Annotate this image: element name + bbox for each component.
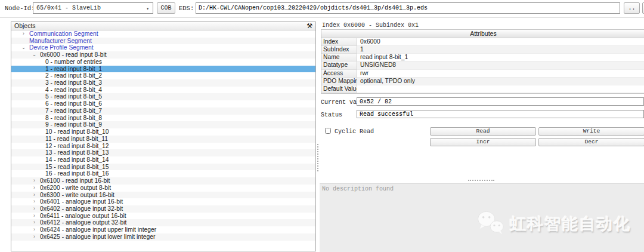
attribute-name: Default Value	[321, 85, 357, 93]
tree-item[interactable]: 7 - read input 8-bit_7	[11, 107, 315, 115]
attribute-row: Index0x6000	[321, 38, 644, 46]
tree-item[interactable]: ›0x6100 - read input 16-bit	[11, 177, 315, 185]
attribute-name: PDO Mapping	[321, 78, 357, 85]
chevron-down-icon: ▾	[146, 4, 149, 14]
tree-item[interactable]: ›0x6402 - analogue input 32-bit	[11, 205, 315, 213]
tree-item[interactable]: 9 - read input 8-bit_9	[11, 121, 315, 128]
horizontal-splitter-handle[interactable]	[468, 180, 494, 181]
chevron-right-icon[interactable]: ›	[29, 233, 40, 241]
tree-item-label: 0x6100 - read input 16-bit	[40, 177, 110, 185]
tree-item-label: 6 - read input 8-bit_6	[45, 100, 102, 107]
tree-item[interactable]: 4 - read input 8-bit_4	[11, 87, 315, 94]
read-button[interactable]: Read	[430, 127, 536, 136]
tree-item[interactable]: 11 - read input 8-bit_11	[11, 136, 315, 143]
tree-item[interactable]: 16 - read input 8-bit_16	[11, 170, 315, 177]
attribute-value: 0x6000	[357, 38, 644, 46]
tree-item[interactable]: 3 - read input 8-bit_3	[11, 79, 315, 87]
attribute-value: optional, TPDO only	[357, 78, 644, 85]
chevron-right-icon[interactable]: ›	[29, 177, 40, 185]
tree-item[interactable]: ›0x6200 - write output 8-bit	[11, 185, 315, 192]
chevron-right-icon[interactable]: ›	[29, 219, 40, 226]
attribute-row: PDO Mappingoptional, TPDO only	[321, 78, 644, 85]
tree-item-label: Communication Segment	[29, 30, 98, 38]
tree-item-label: 15 - read input 8-bit_15	[45, 164, 109, 171]
tree-item-label: 0x6412 - analogue output 32-bit	[40, 219, 126, 226]
chevron-right-icon[interactable]: ›	[29, 213, 40, 220]
attribute-row: Nameread input 8-bit_1	[321, 54, 644, 62]
attribute-row: SubIndex1	[321, 46, 644, 54]
tree-item[interactable]: ›0x6424 - analogue input upper limit int…	[11, 226, 315, 233]
top-toolbar: Node-Id: 65/0x41 - SlaveLib ▾ COB EDS: .…	[0, 0, 644, 18]
chevron-right-icon[interactable]: ›	[29, 205, 40, 213]
tree-item[interactable]: ›0x6300 - write output 16-bit	[11, 192, 315, 199]
chevron-down-icon[interactable]: ⌄	[18, 44, 29, 51]
tree-item[interactable]: 10 - read input 8-bit_10	[11, 128, 315, 136]
attribute-value: 1	[357, 46, 644, 54]
cyclic-read-checkbox[interactable]	[325, 128, 331, 134]
browse-eds-button[interactable]: ..	[624, 2, 640, 14]
tree-item-label: 5 - read input 8-bit_5	[45, 93, 102, 100]
status-field[interactable]	[357, 110, 644, 118]
tree-item-label: 0x6425 - analogue input lower limit inte…	[40, 233, 155, 241]
attribute-value: UNSIGNED8	[357, 62, 644, 69]
tree-item[interactable]: 2 - read input 8-bit_2	[11, 72, 315, 79]
tree-item[interactable]: 15 - read input 8-bit_15	[11, 164, 315, 171]
chevron-right-icon[interactable]: ›	[29, 198, 40, 205]
description-panel: No description found 虹科智能自动化	[320, 183, 644, 252]
node-id-select[interactable]: 65/0x41 - SlaveLib ▾	[33, 2, 153, 14]
objects-panel: Objects ⚒ ›Communication SegmentManufact…	[11, 21, 316, 251]
chevron-right-icon[interactable]: ›	[18, 30, 29, 38]
node-id-value: 65/0x41 - SlaveLib	[36, 5, 101, 11]
attribute-row: Accessrwr	[321, 70, 644, 78]
tree-item[interactable]: 6 - read input 8-bit_6	[11, 100, 315, 107]
attribute-value: read input 8-bit_1	[357, 54, 644, 62]
tree-item[interactable]: Manufacturer Segment	[11, 38, 315, 45]
tree-item-label: 14 - read input 8-bit_14	[45, 156, 109, 164]
tree-item[interactable]: 13 - read input 8-bit_13	[11, 149, 315, 156]
chevron-right-icon[interactable]: ›	[29, 185, 40, 192]
tree-item[interactable]: 0 - number of entries	[11, 59, 315, 66]
tree-item[interactable]: ›Communication Segment	[11, 30, 315, 38]
tree-item[interactable]: ›0x6401 - analogue input 16-bit	[11, 198, 315, 205]
tree-item[interactable]: ⌄Device Profile Segment	[11, 44, 315, 51]
tree-item-label: 0x6300 - write output 16-bit	[40, 192, 114, 199]
detail-title: Index 0x6000 - Subindex 0x1	[322, 22, 419, 29]
wechat-logo-icon	[476, 210, 505, 238]
write-button[interactable]: Write	[538, 127, 644, 136]
tree-item-label: Manufacturer Segment	[29, 38, 92, 45]
chevron-right-icon[interactable]: ›	[29, 192, 40, 199]
tree-item-label: 11 - read input 8-bit_11	[45, 136, 108, 143]
incr-button[interactable]: Incr	[430, 138, 536, 146]
tree-item[interactable]: ⌄0x6000 - read input 8-bit	[11, 51, 315, 59]
tree-item-label: 0x6401 - analogue input 16-bit	[40, 198, 123, 205]
current-value-input[interactable]	[357, 97, 644, 106]
tree-item-label: 0x6402 - analogue input 32-bit	[40, 205, 123, 213]
tree-item-label: Device Profile Segment	[29, 44, 94, 51]
tree-item[interactable]: ›0x6411 - analogue output 16-bit	[11, 213, 315, 220]
tree-item-label: 1 - read input 8-bit_1	[45, 66, 102, 73]
attribute-name: Index	[321, 38, 357, 46]
tree-item[interactable]: 8 - read input 8-bit_8	[11, 115, 315, 122]
vertical-splitter-handle[interactable]	[317, 144, 318, 171]
tree-item-label: 0x6424 - analogue input upper limit inte…	[40, 226, 156, 233]
cyclic-read-label: Cyclic Read	[335, 128, 374, 135]
tools-icon[interactable]: ⚒	[306, 22, 312, 30]
chevron-right-icon[interactable]: ›	[29, 226, 40, 233]
tree-item[interactable]: 1 - read input 8-bit_1	[11, 66, 315, 73]
cob-button[interactable]: COB	[157, 2, 175, 14]
tree-item[interactable]: ›0x6425 - analogue input lower limit int…	[11, 233, 315, 241]
watermark: 虹科智能自动化	[476, 210, 631, 238]
attribute-name: Access	[321, 70, 357, 78]
tree-item[interactable]: 14 - read input 8-bit_14	[11, 156, 315, 164]
attribute-name: SubIndex	[321, 46, 357, 54]
chevron-down-icon[interactable]: ⌄	[29, 51, 40, 59]
tree-item-label: 0x6200 - write output 8-bit	[40, 185, 111, 192]
tree-item[interactable]: ›0x6412 - analogue output 32-bit	[11, 219, 315, 226]
decr-button[interactable]: Decr	[538, 138, 644, 146]
tree-item[interactable]: 5 - read input 8-bit_5	[11, 93, 315, 100]
eds-path-input[interactable]	[196, 2, 620, 14]
tree-item-label: 9 - read input 8-bit_9	[45, 121, 102, 128]
tree-item[interactable]: 12 - read input 8-bit_12	[11, 143, 315, 150]
tree-item-label: 0 - number of entries	[45, 59, 102, 66]
attribute-row: DatatypeUNSIGNED8	[321, 62, 644, 69]
